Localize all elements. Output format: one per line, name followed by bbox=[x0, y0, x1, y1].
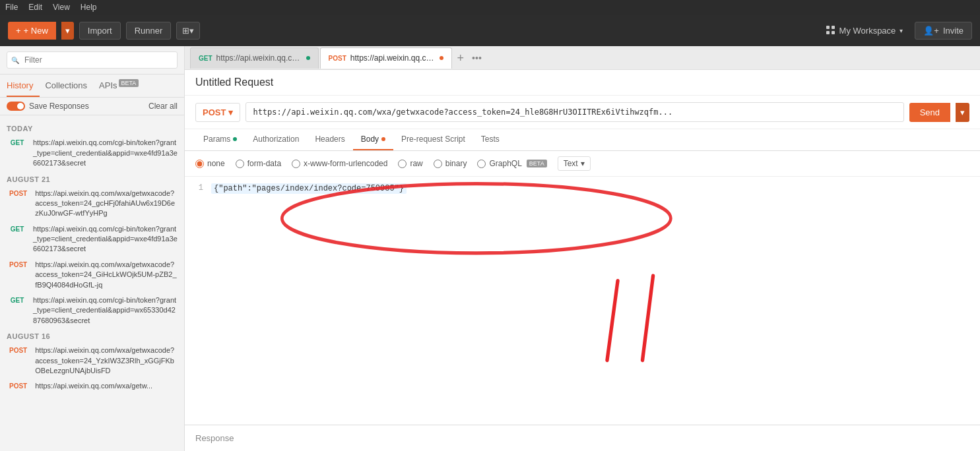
body-options: none form-data x-www-form-urlencoded raw… bbox=[185, 151, 980, 177]
list-item[interactable]: GET https://api.weixin.qq.com/cgi-bin/to… bbox=[0, 222, 184, 257]
body-indicator bbox=[381, 137, 385, 141]
search-input[interactable] bbox=[7, 51, 178, 69]
save-responses-toggle[interactable]: Save Responses bbox=[7, 102, 89, 111]
invite-button[interactable]: 👤+ Invite bbox=[915, 22, 972, 40]
tab-method-post: POST bbox=[329, 55, 346, 62]
annotation-overlay bbox=[185, 177, 980, 425]
extra-button[interactable]: ⊞▾ bbox=[176, 22, 200, 40]
format-value: Text bbox=[564, 159, 578, 168]
sidebar-tab-history[interactable]: History bbox=[7, 75, 40, 97]
method-dropdown-icon: ▾ bbox=[228, 107, 233, 117]
tab-dot-1 bbox=[440, 56, 443, 60]
tab-url-1: https://api.weixin.qq.com/wxa... bbox=[350, 53, 436, 63]
workspace-icon bbox=[826, 26, 835, 35]
method-badge-post: POST bbox=[7, 382, 30, 390]
menu-bar: File Edit View Help bbox=[0, 0, 980, 15]
history-url: https://api.weixin.qq.com/wxa/getwxacode… bbox=[35, 346, 178, 376]
body-option-graphql[interactable]: GraphQL BETA bbox=[477, 159, 546, 168]
save-responses-label: Save Responses bbox=[29, 102, 89, 111]
menu-help[interactable]: Help bbox=[81, 3, 97, 12]
tab-prerequest[interactable]: Pre-request Script bbox=[393, 129, 473, 150]
history-url: https://api.weixin.qq.com/cgi-bin/token?… bbox=[33, 138, 178, 168]
svg-line-1 bbox=[607, 281, 618, 360]
method-badge-post: POST bbox=[7, 346, 30, 355]
body-option-urlencoded[interactable]: x-www-form-urlencoded bbox=[292, 159, 387, 168]
toggle-switch[interactable] bbox=[7, 102, 25, 111]
list-item[interactable]: POST https://api.weixin.qq.com/wxa/getwx… bbox=[0, 186, 184, 222]
send-button[interactable]: Send bbox=[909, 103, 950, 122]
history-url: https://api.weixin.qq.com/cgi-bin/token?… bbox=[33, 295, 178, 326]
workspace-selector[interactable]: My Workspace ▾ bbox=[820, 22, 910, 39]
body-option-raw[interactable]: raw bbox=[398, 159, 422, 168]
new-label: + New bbox=[24, 26, 48, 36]
list-item[interactable]: GET https://api.weixin.qq.com/cgi-bin/to… bbox=[0, 135, 184, 171]
main-layout: History Collections APIsBETA Save Respon… bbox=[0, 46, 980, 451]
request-title: Untitled Request bbox=[195, 76, 969, 88]
history-url: https://api.weixin.qq.com/wxa/getwxacode… bbox=[35, 189, 178, 219]
tab-headers[interactable]: Headers bbox=[307, 129, 352, 150]
tab-bar: GET https://api.weixin.qq.com/cgi-bi... … bbox=[185, 46, 980, 70]
workspace-dropdown-icon: ▾ bbox=[899, 27, 903, 34]
history-group-today: Today bbox=[0, 121, 184, 135]
sidebar-tab-collections[interactable]: Collections bbox=[45, 75, 94, 97]
line-number-1: 1 bbox=[185, 183, 211, 193]
method-badge-get: GET bbox=[7, 138, 28, 147]
method-select[interactable]: POST ▾ bbox=[195, 103, 240, 122]
list-item[interactable]: POST https://api.weixin.qq.com/wxa/getw.… bbox=[0, 378, 184, 394]
list-item[interactable]: POST https://api.weixin.qq.com/wxa/getwx… bbox=[0, 343, 184, 378]
params-indicator bbox=[233, 137, 237, 141]
more-tabs-button[interactable]: ••• bbox=[469, 53, 484, 63]
format-select[interactable]: Text ▾ bbox=[558, 156, 591, 171]
tab-dot-0 bbox=[306, 56, 310, 60]
sidebar-toolbar: Save Responses Clear all bbox=[0, 98, 184, 115]
list-item[interactable]: GET https://api.weixin.qq.com/cgi-bin/to… bbox=[0, 293, 184, 328]
send-dropdown-button[interactable]: ▾ bbox=[956, 103, 969, 122]
tab-authorization[interactable]: Authorization bbox=[245, 129, 307, 150]
workspace-label: My Workspace bbox=[839, 26, 896, 36]
response-section: Response bbox=[185, 425, 980, 451]
list-item[interactable]: POST https://api.weixin.qq.com/wxa/getwx… bbox=[0, 257, 184, 293]
import-button[interactable]: Import bbox=[79, 22, 121, 40]
tab-body[interactable]: Body bbox=[353, 129, 393, 150]
sidebar-search-area bbox=[0, 46, 184, 75]
content-area: none form-data x-www-form-urlencoded raw… bbox=[185, 151, 980, 451]
tab-url-0: https://api.weixin.qq.com/cgi-bi... bbox=[216, 53, 302, 63]
method-badge-get: GET bbox=[7, 296, 28, 305]
menu-edit[interactable]: Edit bbox=[28, 3, 42, 12]
tab-params[interactable]: Params bbox=[195, 129, 245, 150]
runner-button[interactable]: Runner bbox=[126, 22, 172, 40]
sidebar-tabs: History Collections APIsBETA bbox=[0, 75, 184, 98]
request-tab-0[interactable]: GET https://api.weixin.qq.com/cgi-bi... bbox=[190, 47, 319, 69]
invite-icon: 👤+ bbox=[923, 26, 939, 36]
add-tab-button[interactable]: + bbox=[453, 52, 469, 64]
history-url: https://api.weixin.qq.com/wxa/getwxacode… bbox=[35, 260, 178, 290]
url-input[interactable] bbox=[245, 102, 903, 122]
format-dropdown-icon: ▾ bbox=[581, 159, 585, 168]
toolbar: + + New ▾ Import Runner ⊞▾ My Workspace … bbox=[0, 15, 980, 46]
line-content-1[interactable]: {"path":"pages/index/index?code=750985"} bbox=[211, 183, 407, 194]
body-option-binary[interactable]: binary bbox=[434, 159, 467, 168]
code-editor[interactable]: 1 {"path":"pages/index/index?code=750985… bbox=[185, 177, 980, 425]
menu-file[interactable]: File bbox=[5, 3, 18, 12]
url-bar: POST ▾ Send ▾ bbox=[185, 96, 980, 129]
method-badge-post: POST bbox=[7, 260, 30, 269]
new-button[interactable]: + + New bbox=[8, 22, 56, 40]
menu-view[interactable]: View bbox=[53, 3, 70, 12]
code-line-1: 1 {"path":"pages/index/index?code=750985… bbox=[185, 182, 980, 195]
clear-all-button[interactable]: Clear all bbox=[148, 102, 178, 111]
sidebar: History Collections APIsBETA Save Respon… bbox=[0, 46, 185, 451]
body-option-formdata[interactable]: form-data bbox=[236, 159, 281, 168]
new-dropdown-button[interactable]: ▾ bbox=[61, 22, 74, 40]
history-group-aug21: August 21 bbox=[0, 171, 184, 186]
history-url: https://api.weixin.qq.com/wxa/getw... bbox=[35, 381, 152, 391]
request-tab-1[interactable]: POST https://api.weixin.qq.com/wxa... bbox=[320, 47, 452, 69]
request-area: GET https://api.weixin.qq.com/cgi-bi... … bbox=[185, 46, 980, 451]
body-option-none[interactable]: none bbox=[195, 159, 225, 168]
history-group-aug16: August 16 bbox=[0, 328, 184, 343]
sidebar-tab-apis[interactable]: APIsBETA bbox=[99, 75, 145, 97]
graphql-beta-badge: BETA bbox=[527, 160, 547, 167]
request-title-bar: Untitled Request bbox=[185, 70, 980, 96]
svg-line-2 bbox=[643, 276, 653, 360]
tab-method-get: GET bbox=[199, 55, 212, 62]
tab-tests[interactable]: Tests bbox=[473, 129, 507, 150]
